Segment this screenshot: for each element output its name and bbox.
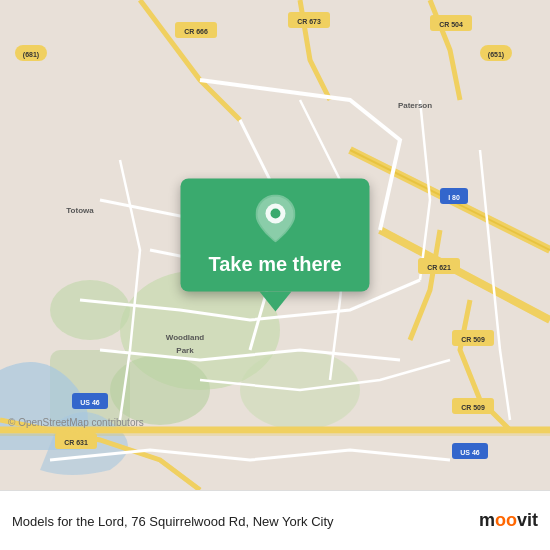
svg-text:(681): (681) <box>23 51 39 59</box>
place-name: Models for the Lord, 76 Squirrelwood Rd,… <box>12 514 334 529</box>
moovit-logo: moovit <box>479 510 538 531</box>
take-me-there-label: Take me there <box>208 253 341 276</box>
map-container: CR 666 CR 673 CR 504 (681) (651) Paterso… <box>0 0 550 490</box>
moovit-logo-text: moovit <box>479 510 538 531</box>
location-pin-icon <box>255 195 295 243</box>
svg-point-3 <box>50 280 130 340</box>
take-me-there-button[interactable]: Take me there <box>180 179 369 292</box>
svg-text:(651): (651) <box>488 51 504 59</box>
svg-text:CR 509: CR 509 <box>461 336 485 343</box>
svg-text:US 46: US 46 <box>460 449 480 456</box>
svg-text:CR 509: CR 509 <box>461 404 485 411</box>
bottom-info: Models for the Lord, 76 Squirrelwood Rd,… <box>12 512 479 530</box>
svg-text:Woodland: Woodland <box>166 333 205 342</box>
svg-text:CR 631: CR 631 <box>64 439 88 446</box>
svg-text:Paterson: Paterson <box>398 101 432 110</box>
svg-text:CR 673: CR 673 <box>297 18 321 25</box>
svg-text:CR 666: CR 666 <box>184 28 208 35</box>
osm-attribution: © OpenStreetMap contributors <box>8 417 144 428</box>
svg-text:Park: Park <box>176 346 194 355</box>
svg-text:Totowa: Totowa <box>66 206 94 215</box>
bottom-bar: Models for the Lord, 76 Squirrelwood Rd,… <box>0 490 550 550</box>
svg-text:US 46: US 46 <box>80 399 100 406</box>
svg-point-35 <box>270 209 280 219</box>
svg-text:I 80: I 80 <box>448 194 460 201</box>
button-overlay: Take me there <box>180 179 369 312</box>
card-pointer <box>259 292 291 312</box>
svg-text:CR 621: CR 621 <box>427 264 451 271</box>
svg-text:CR 504: CR 504 <box>439 21 463 28</box>
